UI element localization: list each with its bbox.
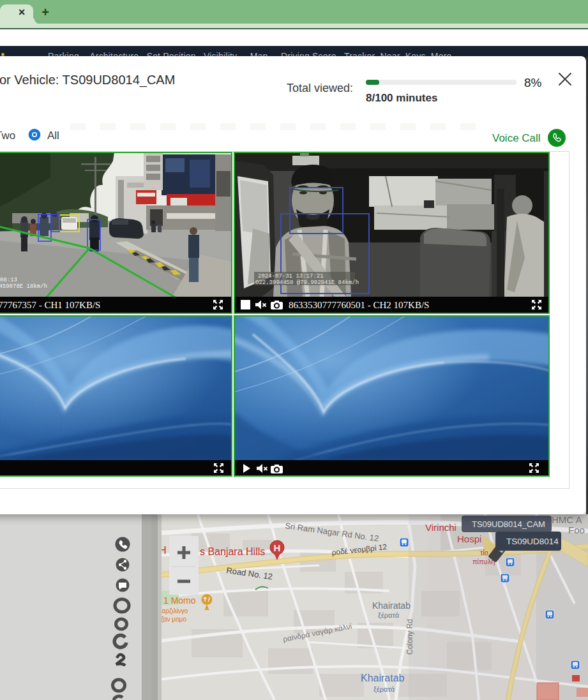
svg-text:8633530777760501 - CH2 107KB/S: 8633530777760501 - CH2 107KB/S <box>289 300 429 310</box>
svg-text:77767357 - CH1 107KB/S: 77767357 - CH1 107KB/S <box>0 300 100 310</box>
svg-text:08:13: 08:13 <box>0 277 17 283</box>
svg-text:.459078E 18km/h: .459078E 18km/h <box>0 283 47 290</box>
svg-text:O22.3994458 @79.992941E 84km/h: O22.3994458 @79.992941E 84km/h <box>255 279 359 286</box>
svg-text:2024-07-31 13:17:21: 2024-07-31 13:17:21 <box>258 273 324 279</box>
